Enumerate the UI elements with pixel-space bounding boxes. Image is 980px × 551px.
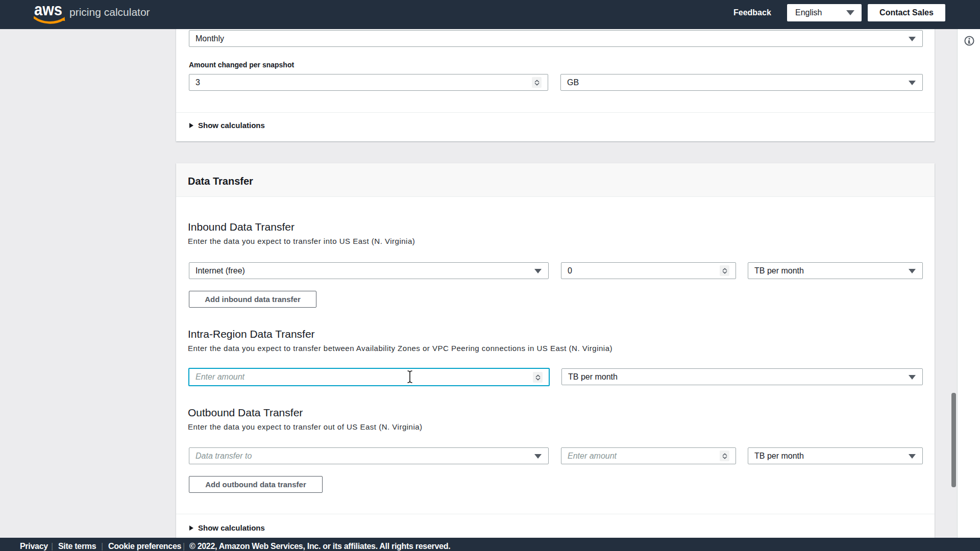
svg-text:aws: aws [34, 3, 62, 19]
